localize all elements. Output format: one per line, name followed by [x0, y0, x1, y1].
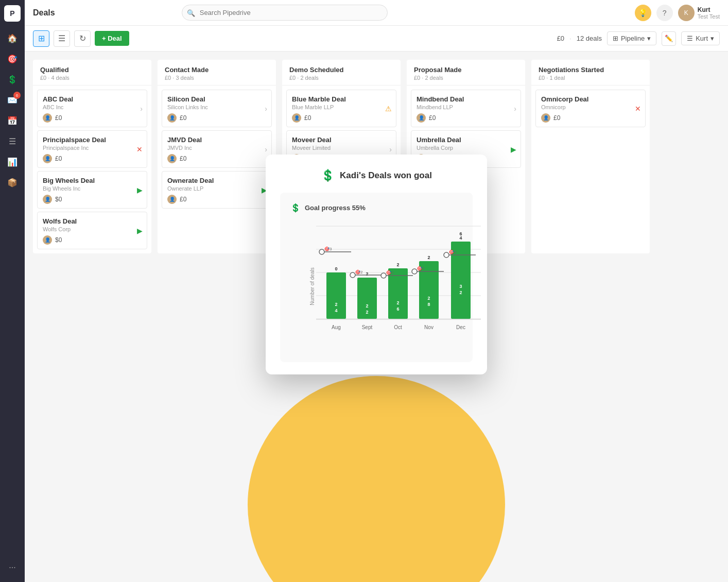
card-footer: 👤 £0	[167, 154, 266, 163]
sidebar-item-reports[interactable]: 📊	[3, 152, 22, 171]
svg-point-13	[319, 249, 324, 254]
toolbar-right: £0 · 12 deals ⊞ Pipeline ▾ ✏️ ☰ Kurt ▾	[557, 31, 720, 46]
column-cards-contact-made: Silicon Deal Silicon Links Inc 👤 £0 › JM…	[158, 85, 276, 213]
card-title: Big Wheels Deal	[43, 177, 142, 184]
card-arrow: ✕	[136, 145, 143, 153]
edit-pipeline-button[interactable]: ✏️	[662, 31, 676, 46]
total-value: £0	[557, 35, 564, 42]
svg-text:Aug: Aug	[332, 324, 341, 330]
card-value: $0	[55, 236, 62, 244]
goal-modal[interactable]: 💲 Kadi's Deals won goal 💲 Goal progress …	[266, 155, 487, 374]
column-header-demo-scheduled: Demo Scheduled £0 · 2 deals	[282, 60, 401, 85]
sidebar-item-mail[interactable]: ✉️ 6	[3, 91, 22, 109]
sidebar: P 🏠 🎯 💲 ✉️ 6 📅 ☰ 📊 📦 ···	[0, 0, 25, 582]
filter-icon: ☰	[687, 35, 693, 42]
svg-text:2: 2	[366, 271, 368, 277]
svg-text:🎯2: 🎯2	[417, 266, 425, 271]
svg-text:🎯2: 🎯2	[386, 270, 394, 275]
card-subtitle: Big Wheels Inc	[43, 185, 142, 192]
deal-card[interactable]: Principalspace Deal Principalspace Inc 👤…	[37, 130, 147, 168]
card-subtitle: Umbrella Corp	[417, 145, 515, 151]
column-title: Negotiations Started	[539, 66, 643, 74]
svg-text:Oct: Oct	[394, 324, 402, 330]
avatar: K	[678, 5, 695, 21]
deal-card[interactable]: Blue Marble Deal Blue Marble LLP 👤 £0 ⚠	[286, 90, 396, 127]
column-header-contact-made: Contact Made £0 · 3 deals	[158, 60, 276, 85]
card-subtitle: Silicon Links Inc	[167, 104, 266, 110]
column-title: Contact Made	[165, 66, 269, 74]
svg-text:6: 6	[459, 231, 462, 236]
deal-card[interactable]: Ownerate Deal Ownerate LLP 👤 £0 ▶	[162, 171, 272, 209]
lightbulb-icon[interactable]: 💡	[635, 5, 651, 21]
card-value: £0	[180, 155, 186, 162]
svg-text:4: 4	[335, 308, 337, 313]
deal-card[interactable]: Big Wheels Deal Big Wheels Inc 👤 $0 ▶	[37, 171, 147, 209]
card-subtitle: JMVD Inc	[167, 145, 266, 151]
card-value: £0	[429, 114, 436, 122]
column-header-negotiations-started: Negotiations Started £0 · 1 deal	[531, 60, 650, 85]
card-arrow: ›	[389, 145, 392, 153]
card-footer: 👤 £0	[167, 195, 266, 204]
card-footer: 👤 £0	[43, 113, 142, 123]
card-title: Ownerate Deal	[167, 177, 266, 184]
svg-text:2: 2	[427, 296, 430, 301]
column-cards-qualified: ABC Deal ABC Inc 👤 £0 › Principalspace D…	[33, 85, 151, 253]
column-header-qualified: Qualified £0 · 4 deals	[33, 60, 151, 85]
card-arrow: ✕	[635, 105, 641, 113]
sidebar-item-activity[interactable]: 🎯	[3, 49, 22, 68]
svg-text:🎯3: 🎯3	[324, 246, 332, 251]
pipeline-icon: ⊞	[613, 35, 618, 42]
sidebar-item-more[interactable]: ···	[3, 558, 22, 577]
deal-card[interactable]: Silicon Deal Silicon Links Inc 👤 £0 ›	[162, 90, 272, 127]
sidebar-item-products[interactable]: 📦	[3, 173, 22, 192]
logo[interactable]: P	[4, 5, 21, 22]
user-menu[interactable]: K Kurt Test Test	[678, 5, 720, 21]
card-avatar: 👤	[43, 113, 52, 123]
kanban-view-button[interactable]: ⊞	[33, 30, 49, 47]
search-input[interactable]	[182, 5, 388, 21]
svg-point-27	[381, 273, 386, 278]
user-filter[interactable]: ☰ Kurt ▾	[681, 31, 720, 45]
svg-text:0: 0	[335, 266, 337, 271]
pipeline-chevron: ▾	[647, 35, 651, 42]
card-value: £0	[180, 114, 186, 122]
refresh-button[interactable]: ↻	[74, 30, 91, 47]
svg-text:Sept: Sept	[362, 324, 373, 330]
card-avatar: 👤	[417, 113, 426, 123]
list-view-button[interactable]: ☰	[54, 30, 70, 47]
sidebar-item-deals[interactable]: 💲	[3, 70, 22, 89]
card-footer: 👤 £0	[292, 113, 391, 123]
page-title: Deals	[33, 8, 55, 18]
sidebar-item-contacts[interactable]: ☰	[3, 132, 22, 150]
yellow-circle-decoration	[248, 376, 505, 582]
card-avatar: 👤	[43, 195, 52, 204]
card-title: Moveer Deal	[292, 136, 391, 144]
deal-card[interactable]: Mindbend Deal Mindbend LLP 👤 £0 ›	[411, 90, 521, 127]
card-footer: 👤 $0	[43, 195, 142, 204]
card-value: £0	[553, 114, 560, 122]
add-deal-button[interactable]: + Deal	[95, 31, 129, 46]
card-subtitle: Omnicorp	[541, 104, 640, 110]
deal-card[interactable]: ABC Deal ABC Inc 👤 £0 ›	[37, 90, 147, 127]
bar-chart: 4 3 2 2 0 0 🎯3	[316, 221, 486, 334]
deal-card[interactable]: JMVD Deal JMVD Inc 👤 £0 ›	[162, 130, 272, 168]
svg-text:Nov: Nov	[424, 324, 434, 330]
card-arrow: ▶	[137, 227, 143, 235]
card-footer: 👤 £0	[167, 113, 266, 123]
pipeline-select[interactable]: ⊞ Pipeline ▾	[607, 31, 656, 45]
help-icon[interactable]: ?	[656, 5, 673, 21]
goal-progress-icon: 💲	[290, 203, 301, 213]
deal-card[interactable]: Wolfs Deal Wolfs Corp 👤 $0 ▶	[37, 212, 147, 249]
card-avatar: 👤	[43, 235, 52, 245]
card-title: Mindbend Deal	[417, 95, 515, 103]
card-title: Omnicorp Deal	[541, 95, 640, 103]
deal-card[interactable]: Omnicorp Deal Omnicorp 👤 £0 ✕	[535, 90, 646, 127]
sidebar-item-calendar[interactable]: 📅	[3, 111, 22, 130]
card-title: ABC Deal	[43, 95, 142, 103]
card-arrow: ›	[265, 145, 267, 153]
card-arrow: ›	[514, 105, 516, 113]
y-axis-label: Number of deals	[309, 267, 315, 305]
card-title: Umbrella Deal	[417, 136, 515, 144]
sidebar-item-home[interactable]: 🏠	[3, 29, 22, 47]
user-subtitle: Test Test	[698, 13, 720, 20]
